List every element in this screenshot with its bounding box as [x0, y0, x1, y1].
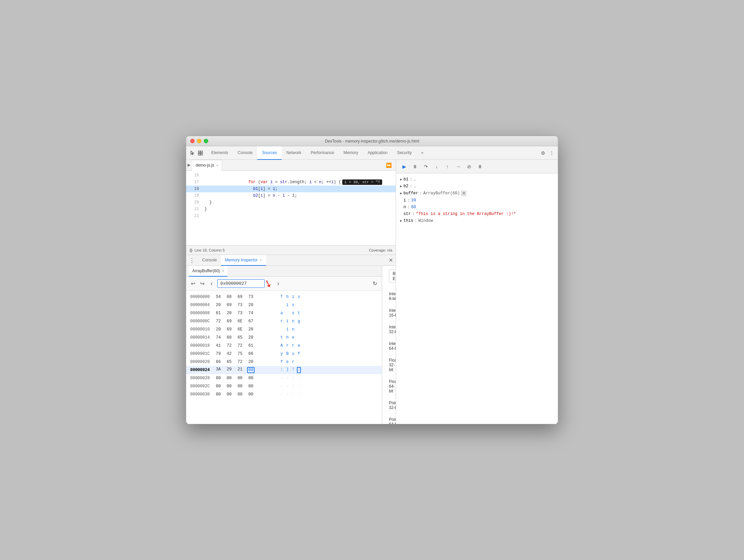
- next-address-button[interactable]: ›: [275, 279, 282, 288]
- maximize-button[interactable]: [204, 139, 208, 143]
- settings-icon[interactable]: ⚙: [540, 150, 546, 156]
- devtools-toolbar: Elements Console Sources Network Perform…: [186, 146, 558, 160]
- prev-address-button[interactable]: ‹: [208, 279, 215, 288]
- toolbar-left-icons: [189, 150, 204, 156]
- mem-row-00000020: 00000020 66 65 72 20 f: [186, 358, 382, 366]
- file-tab-right: ⏩: [383, 163, 394, 168]
- tab-network[interactable]: Network: [282, 146, 306, 160]
- address-input[interactable]: [217, 279, 265, 288]
- cursor-icon[interactable]: [189, 150, 196, 156]
- tab-memory[interactable]: Memory: [339, 146, 363, 160]
- tab-performance[interactable]: Performance: [306, 146, 339, 160]
- pause-on-exception-button[interactable]: ⏸: [410, 162, 420, 171]
- file-tab-bar: ▶ demo-js.js × ⏩: [186, 160, 396, 171]
- file-tab-demo-js[interactable]: demo-js.js ×: [192, 160, 222, 171]
- memory-icon[interactable]: ⊞: [461, 191, 466, 196]
- expand-icon: ▶: [400, 219, 402, 223]
- mem-row-00000010: 00000010 20 69 6E 20: [186, 325, 382, 333]
- sidebar-toggle-icon[interactable]: ▶: [188, 163, 190, 167]
- mem-row-00000014: 00000014 74 68 65 20 t: [186, 333, 382, 342]
- pause-button[interactable]: ⏸: [475, 162, 485, 171]
- tab-elements[interactable]: Elements: [206, 146, 233, 160]
- cursor-position: Line 18, Column 5: [195, 248, 225, 252]
- expand-icon: ▶: [400, 177, 402, 181]
- debug-toolbar: ▶ ⏸ ↷ ↓ ↑ → ⊘ ⏸: [396, 160, 558, 173]
- bottom-panel-menu-icon[interactable]: ⋮: [189, 257, 195, 263]
- var-row-buffer[interactable]: ▶ buffer : ArrayBuffer(60) ⊞: [396, 190, 558, 197]
- window-title: DevTools - memory-inspector.glitch.me/de…: [325, 139, 419, 144]
- forward-navigation-icon[interactable]: ⏩: [383, 163, 394, 168]
- hover-tooltip: i = 39, str = "T: [342, 179, 382, 185]
- mem-row-00000018: 00000018 41 72 72 61 A: [186, 342, 382, 350]
- red-arrow-annotation: ➘: [262, 277, 274, 290]
- memory-value-inspector: Big Endian ▾ ⚙ Integer 8-bit dec ▾: [382, 266, 396, 424]
- tab-console[interactable]: Console: [233, 146, 257, 160]
- tab-memory-inspector[interactable]: Memory Inspector ×: [221, 255, 266, 266]
- expand-icon: ▶: [400, 191, 402, 195]
- array-buffer-tab[interactable]: ArrayBuffer(60) ×: [189, 266, 227, 277]
- code-line-19: 19 b2[i] = n - i - 1;: [186, 192, 396, 199]
- svg-rect-0: [198, 151, 200, 153]
- selected-byte[interactable]: 00: [247, 367, 255, 373]
- step-button[interactable]: →: [454, 162, 463, 171]
- svg-rect-3: [201, 153, 202, 155]
- mem-row-0000002c: 0000002C 00 00 00 00 ·: [186, 382, 382, 390]
- tab-sources[interactable]: Sources: [257, 146, 282, 160]
- svg-rect-2: [198, 153, 200, 155]
- step-out-button[interactable]: ↑: [443, 162, 452, 171]
- traffic-lights: [190, 139, 208, 143]
- expand-icon: ▶: [400, 184, 402, 188]
- step-into-button[interactable]: ↓: [432, 162, 441, 171]
- var-row-str: ▶ str : "This is a string in the ArrayBu…: [396, 211, 558, 217]
- memory-tab-bar: ArrayBuffer(60) ×: [186, 266, 382, 277]
- main-tab-bar: Elements Console Sources Network Perform…: [206, 146, 540, 160]
- var-row-this[interactable]: ▶ this : Window: [396, 217, 558, 224]
- titlebar: DevTools - memory-inspector.glitch.me/de…: [186, 136, 558, 146]
- close-bottom-panel-button[interactable]: ✕: [389, 257, 393, 263]
- status-bar: {} Line 18, Column 5 Coverage: n/a: [186, 245, 396, 255]
- var-row-n: ▶ n : 60: [396, 204, 558, 211]
- more-options-icon[interactable]: ⋮: [548, 150, 555, 156]
- minimize-button[interactable]: [197, 139, 201, 143]
- undo-button[interactable]: ↩: [190, 279, 197, 288]
- code-panel: ▶ demo-js.js × ⏩ 16: [186, 160, 396, 424]
- mem-row-0000000c: 0000000C 72 69 6E 67 r: [186, 317, 382, 325]
- code-editor: 16 17 for (var i = str.length; i < n; ++…: [186, 171, 396, 245]
- tab-security[interactable]: Security: [392, 146, 416, 160]
- debug-variables: ▶ b1 : … ▶ b2 : … ▶ buffer :: [396, 173, 558, 424]
- debug-panel: ▶ ⏸ ↷ ↓ ↑ → ⊘ ⏸ ▶ b1 : …: [396, 160, 558, 424]
- redo-button[interactable]: ↪: [199, 279, 206, 288]
- bottom-panel: ⋮ Console Memory Inspector × ✕: [186, 255, 396, 424]
- memory-toolbar: ↩ ↪ ‹ ➘ › ↻: [186, 277, 382, 291]
- var-row-b2[interactable]: ▶ b2 : …: [396, 183, 558, 190]
- tab-application[interactable]: Application: [363, 146, 392, 160]
- svg-rect-1: [201, 151, 202, 153]
- var-row-i: ▶ i : 39: [396, 197, 558, 204]
- code-line-21: 21 }: [186, 206, 396, 213]
- memory-hex-grid: 00000000 54 68 69 73 T: [186, 291, 382, 424]
- step-over-button[interactable]: ↷: [421, 162, 431, 171]
- coverage-status: Coverage: n/a: [369, 248, 392, 252]
- mem-row-00000028: 00000028 00 00 00 00 ·: [186, 374, 382, 382]
- devtools-window: DevTools - memory-inspector.glitch.me/de…: [186, 136, 558, 424]
- mem-row-0000001c: 0000001C 79 42 75 66 y: [186, 350, 382, 358]
- toolbar-right: ⚙ ⋮: [540, 150, 555, 156]
- mem-row-00000004: 00000004 20 69 73 20: [186, 301, 382, 309]
- refresh-button[interactable]: ↻: [371, 279, 378, 288]
- inspect-icon[interactable]: [197, 150, 204, 156]
- close-button[interactable]: [190, 139, 195, 143]
- deactivate-breakpoints-button[interactable]: ⊘: [464, 162, 474, 171]
- main-content: ▶ demo-js.js × ⏩ 16: [186, 160, 558, 424]
- code-line-22: 22: [186, 213, 396, 219]
- memory-hex-view: ArrayBuffer(60) × ↩ ↪ ‹: [186, 266, 382, 424]
- devtools-body: Elements Console Sources Network Perform…: [186, 146, 558, 424]
- bottom-tab-bar: ⋮ Console Memory Inspector × ✕: [186, 255, 396, 266]
- memory-inspector-panel: ArrayBuffer(60) × ↩ ↪ ‹: [186, 266, 396, 424]
- mem-row-00000030: 00000030 00 00 00 00 ·: [186, 390, 382, 399]
- tab-more[interactable]: »: [416, 146, 428, 160]
- pretty-print-icon[interactable]: {}: [190, 248, 193, 252]
- var-row-b1[interactable]: ▶ b1 : …: [396, 176, 558, 183]
- tab-console-bottom[interactable]: Console: [198, 255, 221, 266]
- endian-selector[interactable]: Big Endian ▾: [389, 269, 396, 283]
- resume-button[interactable]: ▶: [399, 162, 409, 171]
